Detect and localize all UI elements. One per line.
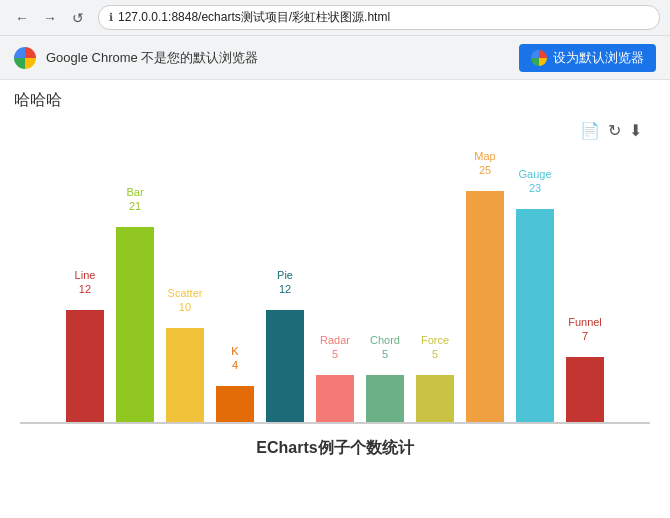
bar-rect-gauge [516, 209, 554, 422]
bar-label-radar: Radar5 [320, 333, 350, 362]
page-content: 哈哈哈 📄 ↻ ⬇ Line12Bar21Scatter10K4Pie12Rad… [0, 80, 670, 510]
page-header: 哈哈哈 [14, 90, 656, 111]
notification-bar: Google Chrome 不是您的默认浏览器 设为默认浏览器 [0, 36, 670, 80]
bar-label-scatter: Scatter10 [168, 286, 203, 315]
notif-text: Google Chrome 不是您的默认浏览器 [46, 49, 258, 67]
bar-rect-line [66, 310, 104, 422]
chart-toolbar: 📄 ↻ ⬇ [14, 117, 656, 144]
set-default-button[interactable]: 设为默认浏览器 [519, 44, 656, 72]
forward-button[interactable]: → [38, 6, 62, 30]
chart-title: ECharts例子个数统计 [20, 434, 650, 459]
bar-label-chord: Chord5 [370, 333, 400, 362]
bar-label-k: K4 [231, 344, 238, 373]
bar-rect-k [216, 386, 254, 422]
bar-item-gauge: Gauge23 [516, 209, 554, 422]
chrome-icon [14, 47, 36, 69]
bar-item-k: K4 [216, 386, 254, 422]
bar-rect-scatter [166, 328, 204, 422]
bar-item-funnel: Funnel7 [566, 357, 604, 422]
download-icon[interactable]: ⬇ [629, 121, 642, 140]
nav-buttons: ← → ↺ [10, 6, 90, 30]
refresh-chart-icon[interactable]: ↻ [608, 121, 621, 140]
source-icon[interactable]: 📄 [580, 121, 600, 140]
bar-rect-bar [116, 227, 154, 422]
bar-rect-pie [266, 310, 304, 422]
refresh-button[interactable]: ↺ [66, 6, 90, 30]
bar-label-bar: Bar21 [126, 185, 143, 214]
bar-item-chord: Chord5 [366, 375, 404, 422]
lock-icon: ℹ [109, 11, 113, 24]
bar-rect-funnel [566, 357, 604, 422]
browser-nav-bar: ← → ↺ ℹ 127.0.0.1:8848/echarts测试项目/彩虹柱状图… [0, 0, 670, 36]
bar-rect-force [416, 375, 454, 422]
bar-item-radar: Radar5 [316, 375, 354, 422]
bar-label-force: Force5 [421, 333, 449, 362]
bar-item-map: Map25 [466, 191, 504, 422]
bar-item-force: Force5 [416, 375, 454, 422]
bar-label-pie: Pie12 [277, 268, 293, 297]
chart-container: Line12Bar21Scatter10K4Pie12Radar5Chord5F… [20, 144, 650, 464]
bar-item-scatter: Scatter10 [166, 328, 204, 422]
bar-label-line: Line12 [75, 268, 96, 297]
bar-rect-radar [316, 375, 354, 422]
bar-item-bar: Bar21 [116, 227, 154, 422]
bar-rect-map [466, 191, 504, 422]
bar-item-pie: Pie12 [266, 310, 304, 422]
bar-label-gauge: Gauge23 [518, 167, 551, 196]
globe-icon [531, 50, 547, 66]
bar-label-funnel: Funnel7 [568, 315, 602, 344]
bars-area: Line12Bar21Scatter10K4Pie12Radar5Chord5F… [20, 144, 650, 424]
bar-item-line: Line12 [66, 310, 104, 422]
back-button[interactable]: ← [10, 6, 34, 30]
bar-label-map: Map25 [474, 149, 495, 178]
url-text: 127.0.0.1:8848/echarts测试项目/彩虹柱状图源.html [118, 9, 390, 26]
address-bar[interactable]: ℹ 127.0.0.1:8848/echarts测试项目/彩虹柱状图源.html [98, 5, 660, 30]
bar-rect-chord [366, 375, 404, 422]
